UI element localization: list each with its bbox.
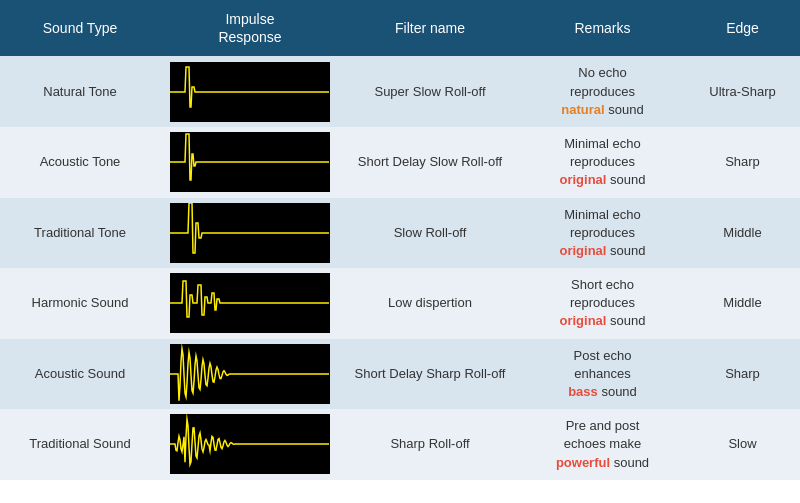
- waveform-cell: [160, 409, 340, 480]
- table-row: Natural ToneSuper Slow Roll-offNo echore…: [0, 56, 800, 127]
- remarks-highlight: original: [560, 172, 607, 187]
- sound-type-cell: Traditional Tone: [0, 198, 160, 269]
- edge-cell: Ultra-Sharp: [685, 56, 800, 127]
- sound-type-cell: Harmonic Sound: [0, 268, 160, 339]
- filter-name-cell: Super Slow Roll-off: [340, 56, 520, 127]
- table-row: Acoustic SoundShort Delay Sharp Roll-off…: [0, 339, 800, 410]
- table-row: Traditional ToneSlow Roll-offMinimal ech…: [0, 198, 800, 269]
- edge-cell: Slow: [685, 409, 800, 480]
- remarks-cell: No echoreproducesnatural sound: [520, 56, 685, 127]
- edge-cell: Middle: [685, 198, 800, 269]
- filter-name-cell: Short Delay Slow Roll-off: [340, 127, 520, 198]
- waveform-cell: [160, 56, 340, 127]
- header-impulse-response: ImpulseResponse: [160, 0, 340, 56]
- table-row: Acoustic ToneShort Delay Slow Roll-offMi…: [0, 127, 800, 198]
- edge-cell: Sharp: [685, 339, 800, 410]
- edge-cell: Sharp: [685, 127, 800, 198]
- sound-type-cell: Acoustic Tone: [0, 127, 160, 198]
- remarks-cell: Minimal echoreproducesoriginal sound: [520, 127, 685, 198]
- header-remarks: Remarks: [520, 0, 685, 56]
- header-filter-name: Filter name: [340, 0, 520, 56]
- table-row: Traditional SoundSharp Roll-offPre and p…: [0, 409, 800, 480]
- header-edge: Edge: [685, 0, 800, 56]
- filter-name-cell: Low dispertion: [340, 268, 520, 339]
- waveform-cell: [160, 127, 340, 198]
- edge-cell: Middle: [685, 268, 800, 339]
- sound-type-cell: Traditional Sound: [0, 409, 160, 480]
- filter-name-cell: Sharp Roll-off: [340, 409, 520, 480]
- sound-type-cell: Acoustic Sound: [0, 339, 160, 410]
- remarks-highlight: original: [560, 313, 607, 328]
- waveform-cell: [160, 198, 340, 269]
- filter-name-cell: Slow Roll-off: [340, 198, 520, 269]
- table-row: Harmonic SoundLow dispertionShort echore…: [0, 268, 800, 339]
- remarks-highlight: powerful: [556, 455, 610, 470]
- remarks-highlight: bass: [568, 384, 598, 399]
- remarks-highlight: original: [560, 243, 607, 258]
- header-sound-type: Sound Type: [0, 0, 160, 56]
- remarks-cell: Short echoreproducesoriginal sound: [520, 268, 685, 339]
- remarks-cell: Post echoenhancesbass sound: [520, 339, 685, 410]
- sound-type-cell: Natural Tone: [0, 56, 160, 127]
- waveform-cell: [160, 339, 340, 410]
- filter-name-cell: Short Delay Sharp Roll-off: [340, 339, 520, 410]
- remarks-cell: Minimal echoreproducesoriginal sound: [520, 198, 685, 269]
- waveform-cell: [160, 268, 340, 339]
- remarks-cell: Pre and postechoes makepowerful sound: [520, 409, 685, 480]
- remarks-highlight: natural: [561, 102, 604, 117]
